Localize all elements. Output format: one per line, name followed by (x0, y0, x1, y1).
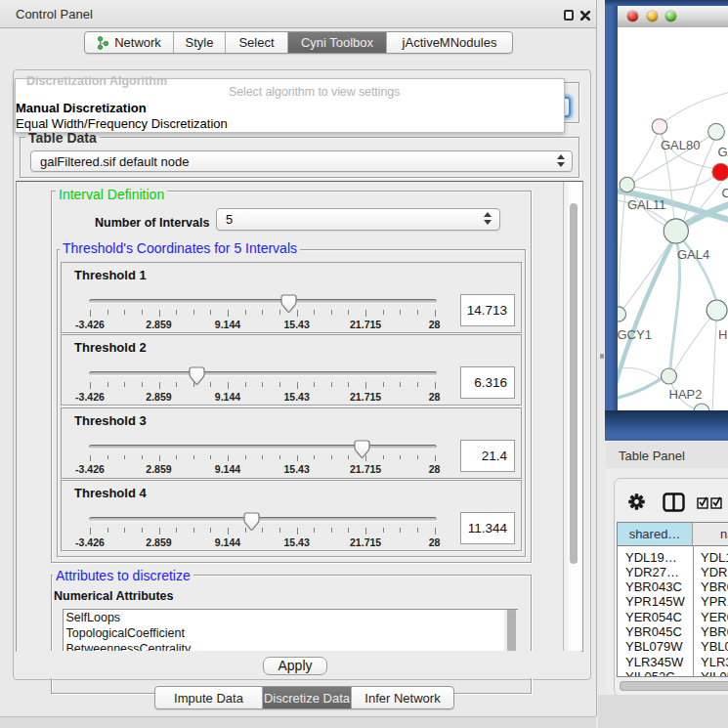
svg-text:GAL4: GAL4 (677, 247, 709, 262)
svg-text:GCY1: GCY1 (618, 327, 652, 342)
svg-text:C: C (722, 186, 728, 200)
svg-text:HAP2: HAP2 (669, 387, 703, 402)
svg-text:GA: GA (718, 145, 728, 159)
svg-text:GAL80: GAL80 (661, 138, 700, 152)
svg-text:H: H (718, 327, 727, 342)
svg-text:GAL11: GAL11 (627, 197, 666, 212)
